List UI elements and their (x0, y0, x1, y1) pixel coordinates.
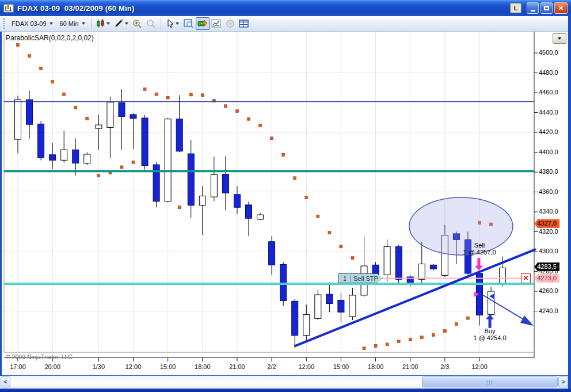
sar-dot (282, 153, 285, 156)
candle-body (384, 246, 390, 275)
time-tick-label: 18:00 (368, 363, 384, 370)
sar-dot (51, 81, 54, 83)
time-tick-label: 15:00 (333, 363, 349, 370)
candle-body (338, 300, 344, 313)
cancel-order-button[interactable]: ✕ (521, 273, 531, 283)
ninjatrader-chart-window: FDAX 03-09 03/02/2009 (60 Min) L ✕ FDAX … (0, 0, 571, 392)
sar-dot (120, 166, 123, 169)
candle-body (234, 195, 240, 207)
sell-arrow-shaft (477, 258, 480, 267)
sar-dot (143, 87, 146, 90)
sell-stop-order-tag[interactable]: 1 Sell STP (338, 273, 383, 283)
candle-body (430, 265, 436, 269)
buy-arrow-shaft (489, 319, 492, 328)
candle-body (211, 174, 217, 197)
horizontal-scrollbar[interactable]: < > (0, 376, 568, 389)
sar-dot (351, 257, 354, 260)
time-tick-label: 18:00 (195, 363, 211, 370)
sar-dot (363, 347, 366, 350)
buy-label: Buy (465, 328, 515, 334)
sar-dot (248, 117, 250, 120)
candle-body (349, 295, 356, 317)
price-tick-label: 4300,0 (539, 248, 558, 254)
time-tick-label: 21:00 (229, 363, 245, 370)
candle-body (326, 294, 333, 303)
candle-body (50, 155, 56, 160)
sar-dot (189, 93, 192, 96)
sar-dot (166, 96, 169, 99)
sell-label: Sell (455, 242, 504, 249)
candle-body (500, 268, 506, 284)
indicator-label: ParabolicSAR(0,02,0,2,0,02) (6, 34, 94, 42)
time-tick-label: 12:00 (125, 363, 142, 370)
price-tick-label: 4420,0 (539, 128, 558, 135)
sar-dot (28, 55, 31, 58)
sell-price: 1 @ 4257,0 (455, 249, 504, 256)
arrow-head-icon (520, 315, 534, 326)
candle-body (84, 154, 90, 163)
sar-dot (455, 322, 458, 325)
candle-body (119, 102, 125, 116)
price-tick-label: 4440,0 (539, 109, 558, 116)
candle-body (38, 124, 44, 158)
time-tick-label: 17:00 (10, 363, 26, 370)
sar-dot (74, 106, 77, 109)
sar-dot (328, 231, 331, 234)
panel-dropdown-button[interactable] (553, 33, 566, 44)
sar-dot (235, 109, 238, 112)
sar-dot (224, 105, 227, 108)
close-icon: ✕ (523, 274, 528, 282)
sar-dot (259, 124, 262, 127)
chevron-down-icon (558, 37, 561, 40)
sar-dot (201, 94, 204, 97)
sell-execution-annotation: Sell 1 @ 4257,0 (455, 242, 504, 256)
last-price-badge: 4283,5 (534, 262, 559, 271)
price-tick-label: 4400,0 (539, 149, 558, 155)
sar-dot (40, 67, 43, 70)
candle-body (188, 154, 194, 205)
sar-dot (386, 343, 389, 346)
buy-execution-annotation: Buy 1 @ 4254,0 (465, 328, 515, 341)
candle-body (315, 295, 321, 318)
sar-dot (420, 336, 423, 339)
scrollbar-thumb[interactable] (422, 376, 558, 387)
candle-body (176, 119, 182, 151)
sar-dot (374, 344, 377, 347)
sar-dot (97, 174, 100, 177)
sar-dot (86, 117, 89, 120)
candle-body (73, 150, 79, 163)
sar-dot (178, 206, 181, 209)
candle-body (222, 174, 229, 193)
candle-body (61, 150, 67, 160)
price-chart[interactable] (0, 0, 571, 377)
time-tick-label: 2/3 (440, 363, 449, 370)
time-tick-label: 15:00 (160, 363, 176, 370)
candle-body (165, 119, 171, 201)
scroll-left-button[interactable]: < (1, 376, 10, 387)
sar-dot (305, 196, 308, 199)
candle-body (130, 115, 136, 119)
sar-dot (340, 245, 342, 248)
sar-dot (397, 340, 400, 343)
time-tick-label: 2/2 (267, 363, 276, 370)
candle-body (269, 242, 275, 265)
price-tick-label: 4320,0 (539, 228, 558, 235)
candle-body (280, 264, 287, 300)
stop-price-badge: 4273,0 (534, 274, 559, 283)
sar-dot (17, 44, 20, 47)
time-tick-label: 12:00 (471, 363, 488, 370)
order-label: Sell STP (351, 275, 378, 282)
price-tick-label: 4480,0 (539, 69, 558, 76)
sar-dot (466, 317, 469, 319)
candle-body (418, 264, 425, 280)
scroll-right-button[interactable]: > (558, 376, 568, 387)
sar-price-badge: 4327,0 (534, 219, 559, 228)
price-tick-label: 4460,0 (539, 89, 558, 96)
sar-dot (409, 338, 412, 341)
price-tick-label: 4500,0 (539, 49, 558, 56)
sar-dot (432, 333, 435, 336)
sar-dot (132, 161, 135, 163)
time-tick-label: 12:00 (298, 363, 314, 370)
buy-price: 1 @ 4254,0 (465, 334, 515, 341)
price-tick-label: 4360,0 (539, 188, 558, 195)
